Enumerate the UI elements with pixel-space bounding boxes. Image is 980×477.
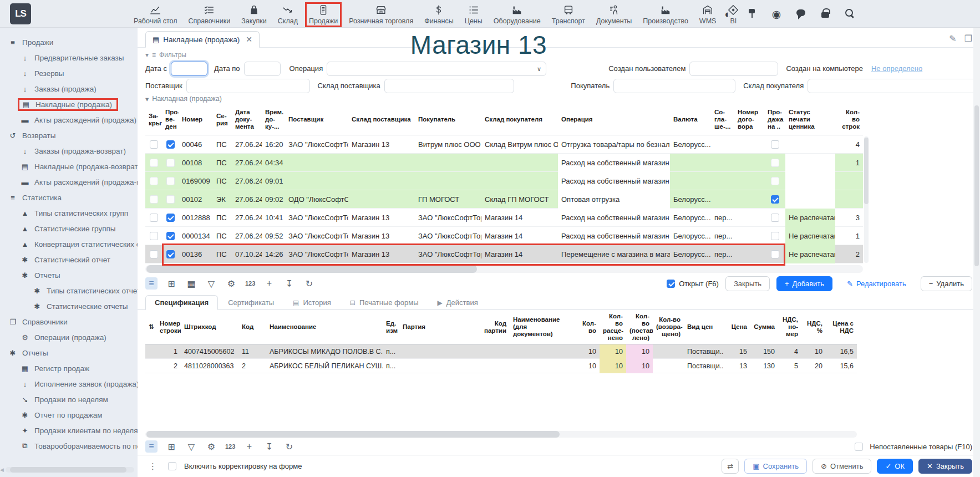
column-header-operation[interactable]: Операция xyxy=(558,116,670,123)
spec-column-header-barcode[interactable]: Штрихкод xyxy=(181,323,238,331)
row-checkbox[interactable] xyxy=(166,159,175,167)
spec-toolbar-download-icon[interactable]: ↧ xyxy=(263,440,275,453)
row-checkbox[interactable] xyxy=(166,214,175,222)
nav-item-12[interactable]: Производство xyxy=(639,2,692,27)
nav-item-6[interactable]: Розничная торговля xyxy=(345,2,417,27)
spec-column-header-batch[interactable]: Партия xyxy=(399,323,469,331)
eye-icon[interactable]: ◉ xyxy=(771,8,782,19)
refresh-button[interactable]: ⇄ xyxy=(722,459,739,474)
sidebar-item-6[interactable]: ▬Акты расхождений (продажа) xyxy=(0,112,138,128)
edit-button[interactable]: ✎Редактировать xyxy=(839,276,914,291)
grid-toolbar-calendar-icon[interactable]: ▦ xyxy=(185,277,197,290)
sidebar-item-1[interactable]: ≡Продажи xyxy=(0,34,138,50)
spec-toolbar-list-icon[interactable]: ≡ xyxy=(145,440,158,453)
grid-horizontal-scrollbar[interactable] xyxy=(145,265,863,273)
spec-horizontal-scrollbar[interactable] xyxy=(145,430,857,438)
sidebar-item-12[interactable]: ▲Типы статистических групп xyxy=(0,205,138,221)
nav-item-13[interactable]: WMS xyxy=(695,2,720,27)
pin-icon[interactable] xyxy=(747,8,758,19)
column-header-buyer_wh[interactable]: Склад покупателя xyxy=(481,116,558,123)
nav-item-11[interactable]: Документы xyxy=(592,2,636,27)
lock-icon[interactable] xyxy=(820,8,831,19)
spec-column-header-qty_returned[interactable]: Кол-во (возвра- щено) xyxy=(653,316,684,338)
tab-close-icon[interactable]: ✕ xyxy=(246,35,252,44)
row-checkbox[interactable] xyxy=(771,140,779,149)
column-header-doc_date[interactable]: Дата доку- мента xyxy=(232,109,262,130)
spec-toolbar-gear-icon[interactable]: ⚙ xyxy=(205,440,217,453)
grid-vertical-scrollbar[interactable] xyxy=(864,136,869,263)
invoice-row-00108[interactable]: 00108ПС27.06.2404:34Расход на собственны… xyxy=(145,154,863,172)
spec-column-header-sum[interactable]: Сумма xyxy=(750,323,778,331)
invoice-row-0012888[interactable]: 0012888ПС27.06.2410:41ЗАО "ЛюксСофтТорг"… xyxy=(145,209,863,227)
sidebar-item-3[interactable]: ↓Резервы xyxy=(0,65,138,81)
nav-item-4[interactable]: Склад xyxy=(274,2,302,27)
sidebar-item-19[interactable]: ❐Справочники xyxy=(0,314,138,329)
nav-item-8[interactable]: Цены xyxy=(461,2,486,27)
spec-row-1[interactable]: 1400741500560211АБРИКОСЫ МИКАДО ПОЛОВ.В … xyxy=(145,344,857,359)
sidebar-item-9[interactable]: ▤Накладные (продажа-возврат) xyxy=(0,159,138,174)
row-checkbox[interactable] xyxy=(150,195,158,204)
row-checkbox[interactable] xyxy=(771,232,779,240)
row-checkbox[interactable] xyxy=(166,195,175,204)
column-header-supplier_wh[interactable]: Склад поставщика xyxy=(348,116,415,123)
detail-tab-3[interactable]: ▤История xyxy=(284,295,340,310)
search-icon[interactable] xyxy=(844,8,855,19)
ok-button[interactable]: ✓ОК xyxy=(877,459,913,474)
created-on-link[interactable]: Не определено xyxy=(871,64,922,73)
save-button[interactable]: ▣Сохранить xyxy=(744,459,807,474)
sidebar-item-15[interactable]: ✱Статистический отчет xyxy=(0,252,138,267)
nav-item-9[interactable]: Оборудование xyxy=(490,2,545,27)
contrast-icon[interactable]: ◐ xyxy=(722,8,733,19)
invoice-row-00102[interactable]: 00102ЭК27.06.2409:02ОДО "ЛюксСофтСерв...… xyxy=(145,190,863,209)
column-header-sale_on[interactable]: Про- дажа на .. xyxy=(764,109,785,130)
row-checkbox[interactable] xyxy=(150,177,158,185)
column-header-doc_time[interactable]: Врем. до- ку-... xyxy=(262,109,285,130)
delete-button[interactable]: −Удалить xyxy=(921,276,972,291)
detail-tab-5[interactable]: ▶Действия xyxy=(429,295,487,310)
more-menu-icon[interactable]: ⋮ xyxy=(145,461,160,471)
row-checkbox[interactable] xyxy=(166,177,175,185)
filters-collapse-icon[interactable]: ▾ xyxy=(145,51,149,59)
row-checkbox[interactable] xyxy=(150,232,158,240)
sidebar-item-10[interactable]: ▬Акты расхождений (продажа-возврат) xyxy=(0,174,138,190)
spec-toolbar-refresh-icon[interactable]: ↻ xyxy=(283,440,295,453)
column-header-agreement[interactable]: Со- гла- ше-... xyxy=(711,109,734,130)
row-checkbox[interactable] xyxy=(166,250,175,258)
section-collapse-icon[interactable]: ▾ xyxy=(145,95,149,103)
open-f6-checkbox[interactable] xyxy=(667,280,675,288)
detail-tab-4[interactable]: ⊟Печатные формы xyxy=(341,295,428,310)
sidebar-item-4[interactable]: ↓Заказы (продажа) xyxy=(0,81,138,97)
spec-column-header-vat_no[interactable]: НДС, но- мер xyxy=(778,316,801,338)
row-checkbox[interactable] xyxy=(150,250,158,258)
chat-icon[interactable] xyxy=(795,8,806,19)
sidebar-item-25[interactable]: ✱Отчет по продажам xyxy=(0,407,138,423)
spec-toolbar-plus-icon[interactable]: + xyxy=(243,440,255,453)
spec-toolbar-grid-icon[interactable]: ⊞ xyxy=(165,440,177,453)
sidebar-item-27[interactable]: ⧉Товарооборачиваемость по поставщик xyxy=(0,438,138,454)
spec-column-header-qty[interactable]: Кол-во xyxy=(572,320,600,334)
row-checkbox[interactable] xyxy=(150,159,158,167)
grid-toolbar-list-icon[interactable]: ≡ xyxy=(145,277,158,290)
column-header-supplier[interactable]: Поставщик xyxy=(285,116,348,123)
row-checkbox[interactable] xyxy=(771,195,779,204)
row-checkbox[interactable] xyxy=(771,177,779,185)
close-list-button[interactable]: Закрыть xyxy=(725,276,770,291)
add-button[interactable]: +Добавить xyxy=(776,276,832,291)
sidebar-item-22[interactable]: ▦Регистр продаж xyxy=(0,361,138,376)
spec-column-header-sort[interactable]: ⇅ xyxy=(145,323,156,331)
column-header-currency[interactable]: Валюта xyxy=(670,116,711,123)
row-checkbox[interactable] xyxy=(150,140,158,149)
column-header-series[interactable]: Се- рия xyxy=(213,113,232,127)
row-checkbox[interactable] xyxy=(771,214,779,222)
sidebar-item-8[interactable]: ↓Заказы (продажа-возврат) xyxy=(0,143,138,159)
spec-column-header-price[interactable]: Цена xyxy=(724,323,750,331)
adjustment-checkbox[interactable] xyxy=(168,462,176,470)
sidebar-item-11[interactable]: ≡Статистика xyxy=(0,190,138,205)
row-checkbox[interactable] xyxy=(166,232,175,240)
grid-toolbar-refresh-icon[interactable]: ↻ xyxy=(303,277,315,290)
sidebar-item-21[interactable]: ✱Отчеты xyxy=(0,345,138,361)
grid-toolbar-grid-icon[interactable]: ⊞ xyxy=(165,277,177,290)
tab-invoices-sale[interactable]: ▤ Накладные (продажа) ✕ xyxy=(145,31,260,48)
spec-row-2[interactable]: 248110280003632АБРИКОС БЕЛЫЙ ПЕЛИКАН СУШ… xyxy=(145,359,857,373)
spec-column-header-vat_pct[interactable]: НДС, % xyxy=(801,320,826,334)
